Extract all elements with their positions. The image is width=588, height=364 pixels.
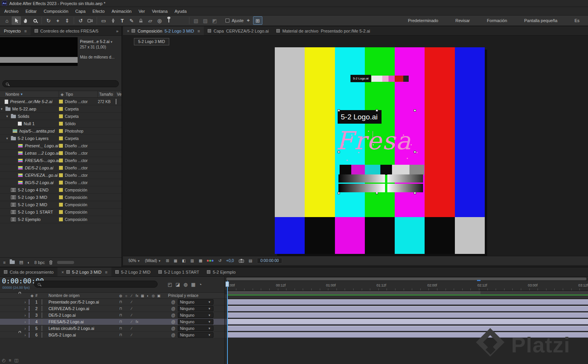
menu-editar[interactable]: Editar	[22, 7, 40, 15]
region-of-interest-icon[interactable]: ▥	[191, 259, 194, 263]
selection-handle[interactable]	[338, 109, 340, 112]
pickwhip-icon[interactable]: @	[171, 306, 175, 311]
project-row[interactable]: 5-2 Ejemplo Composición	[0, 216, 121, 223]
sort-arrow-icon[interactable]: ▾	[21, 92, 23, 96]
project-row[interactable]: FRESA/5-...ogo.ai Diseño ...ctor	[0, 157, 121, 164]
choose-view-layout-icon[interactable]: ⊞	[166, 259, 169, 263]
resolution-select[interactable]: (Mitad)▾	[145, 259, 161, 263]
time-ruler[interactable]: 0:00f 00:12f 01:00f 01:12f 02:00f 02:12f…	[225, 281, 588, 291]
layer-track[interactable]	[225, 305, 588, 312]
project-search[interactable]	[2, 80, 119, 87]
selection-handle[interactable]	[414, 151, 416, 153]
selection-handle[interactable]	[414, 109, 416, 112]
orbit-camera-tool[interactable]: ↻	[44, 16, 53, 25]
tab-timeline-5-2-ejemplo[interactable]: 5-2 Ejemplo	[203, 267, 239, 276]
project-row[interactable]: 5-2 Logo 3 MID Composición	[0, 194, 121, 201]
twirl-icon[interactable]: ▾	[6, 114, 8, 118]
pickwhip-icon[interactable]: @	[171, 300, 175, 304]
project-row[interactable]: ▾Me 5-22.aep Carpeta	[0, 105, 121, 113]
shape-tool[interactable]: ▭	[99, 16, 108, 25]
trash-icon[interactable]	[49, 260, 53, 265]
panel-menu-icon[interactable]: ≡	[198, 29, 200, 33]
frame-blending-icon[interactable]: ▦	[191, 282, 195, 287]
snap-to-icon[interactable]: ⌖	[244, 16, 253, 25]
adjust-icon[interactable]: ◐	[28, 260, 30, 265]
hand-tool[interactable]	[21, 16, 30, 25]
quality-switch[interactable]: ∕	[129, 333, 134, 337]
twirl-icon[interactable]: ▾	[1, 107, 3, 111]
camera-tool[interactable]	[85, 16, 95, 25]
layer-row[interactable]: › 5 Letras circulo/5-2 Logo.ai ⊓∕ @Ningu…	[0, 325, 224, 332]
selection-handle[interactable]	[338, 151, 340, 153]
ajuste-checkbox[interactable]	[225, 19, 229, 22]
project-row[interactable]: Null 1 Sólido	[0, 120, 121, 128]
menu-efecto[interactable]: Efecto	[89, 7, 108, 15]
selection-tool[interactable]	[12, 16, 21, 25]
mask-mode-icon[interactable]: ▧	[191, 16, 201, 25]
pen-tool[interactable]	[108, 16, 118, 25]
rotation-tool[interactable]: ↺	[76, 16, 85, 25]
footage-preview-thumbnail[interactable]	[0, 37, 78, 66]
close-tab-icon[interactable]: ×	[127, 29, 129, 33]
layer-label-chip[interactable]	[29, 299, 29, 305]
layer-label-chip[interactable]	[29, 312, 29, 318]
draft-3d-icon[interactable]: ◪	[175, 282, 180, 287]
pickwhip-icon[interactable]: @	[171, 326, 175, 331]
work-area-bar[interactable]	[227, 291, 588, 294]
collapse-switch[interactable]: ⊓	[118, 300, 123, 304]
workspace-formacion[interactable]: Formación	[479, 16, 516, 26]
home-icon[interactable]: ⌂	[2, 16, 12, 25]
project-row[interactable]: hoja/5-...antita.psd Photoshop	[0, 128, 121, 135]
layer-row[interactable]: › 6 BG/5-2 Logo.ai ⊓∕ @Ninguno▾	[0, 332, 224, 338]
menu-archivo[interactable]: Archivo	[1, 7, 22, 15]
project-row[interactable]: 5-2 Logo 1 START Composición	[0, 209, 121, 216]
tab-cola-de-procesamiento[interactable]: Cola de procesamiento	[0, 267, 57, 276]
expand-arrow[interactable]: ›	[23, 306, 29, 311]
tab-timeline-5-2-logo-2-mid[interactable]: 5-2 Logo 2 MID	[111, 267, 154, 276]
project-row[interactable]: Present...or:/Me 5-2.ai Diseño ...ctor 2…	[0, 98, 121, 105]
show-channel-icon[interactable]	[207, 260, 213, 262]
layer-label-chip[interactable]	[29, 306, 29, 311]
project-row[interactable]: DE/5-2 Logo.ai Diseño ...ctor	[0, 164, 121, 172]
twirl-icon[interactable]: ▾	[6, 136, 8, 140]
project-row[interactable]: Letras ...2 Logo.ai Diseño ...ctor	[0, 150, 121, 157]
eraser-tool[interactable]: ▱	[146, 16, 155, 25]
dolly-camera-tool[interactable]: ⇕	[62, 16, 72, 25]
composition-breadcrumb-chip[interactable]: 5-2 Logo 3 MID	[134, 38, 169, 45]
project-row[interactable]: Present._ Logo.ai Diseño ...ctor	[0, 142, 121, 150]
parent-dropdown[interactable]: Ninguno▾	[178, 306, 213, 311]
layer-label-chip[interactable]	[29, 319, 29, 324]
layer-duration-bar[interactable]	[227, 312, 588, 318]
project-row[interactable]: CERVEZA...go.ai Diseño ...ctor	[0, 172, 121, 179]
collapse-switch[interactable]: ⊓	[118, 326, 123, 330]
parent-dropdown[interactable]: Ninguno▾	[178, 319, 213, 324]
parent-dropdown[interactable]: Ninguno▾	[178, 299, 213, 305]
list-view-icon[interactable]: ≡	[3, 260, 5, 265]
close-tab-icon[interactable]: ×	[61, 270, 64, 274]
selection-handle[interactable]	[376, 109, 378, 112]
tab-material-de-archivo[interactable]: Material de archivo Presentado por:/Me 5…	[272, 26, 374, 35]
timeline-search[interactable]	[34, 281, 158, 288]
layer-row[interactable]: › 3 DE/5-2 Logo.ai ⊓∕ @Ninguno▾	[0, 312, 224, 319]
hide-shy-icon[interactable]: ◍	[184, 282, 187, 287]
expand-layer-switches-icon[interactable]: ◴	[2, 358, 6, 363]
pickwhip-icon[interactable]: @	[171, 333, 175, 337]
pan-camera-tool[interactable]: +	[53, 16, 62, 25]
pickwhip-icon[interactable]: @	[171, 313, 175, 317]
collapse-switch[interactable]: ⊓	[118, 307, 123, 311]
playhead-line[interactable]	[227, 281, 228, 364]
workspace-predeterminado[interactable]: Predeterminado	[399, 16, 447, 26]
parent-dropdown[interactable]: Ninguno▾	[178, 332, 213, 338]
workspace-es[interactable]: Es	[566, 16, 588, 26]
tab-timeline-5-2-logo-3-mid[interactable]: × 5-2 Logo 3 MID ≡	[57, 267, 111, 276]
menu-animacion[interactable]: Animación	[108, 7, 135, 15]
zoom-tool[interactable]	[30, 16, 40, 25]
viewer-lock-icon[interactable]	[132, 29, 135, 33]
project-columns-header[interactable]: Nombre▾ ◆Tipo Tamaño Ve	[0, 91, 121, 98]
project-row[interactable]: 5-2 Logo 2 MID Composición	[0, 201, 121, 209]
project-row[interactable]: BG/5-2 Logo.ai Diseño ...ctor	[0, 179, 121, 186]
exposure-value[interactable]: +0,0	[226, 259, 234, 263]
tab-proyecto[interactable]: Proyecto≡	[0, 26, 31, 35]
label-color-chip[interactable]	[59, 100, 63, 104]
reset-exposure-icon[interactable]: ↺	[218, 259, 221, 263]
